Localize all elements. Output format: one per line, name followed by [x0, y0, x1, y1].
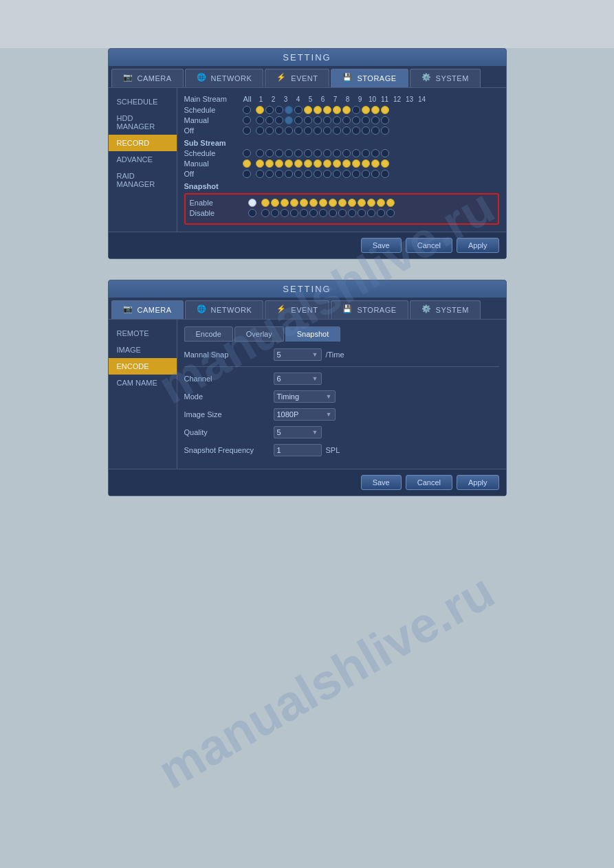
mode-label: Mode — [184, 392, 274, 401]
image-size-arrow: ▼ — [326, 411, 332, 418]
encode-inner-tabs: Encode Overlay Snapshot — [184, 326, 499, 342]
main-schedule-row: Schedule — [184, 106, 499, 114]
tab-event-1[interactable]: ⚡ EVENT — [265, 69, 329, 87]
sub-off-all-radio[interactable] — [243, 170, 251, 178]
tab-network-2[interactable]: 🌐 NETWORK — [185, 300, 264, 319]
snapshot-freq-value-wrap: 1 SPL — [274, 444, 340, 456]
panel-2-footer: Save Cancel Apply — [109, 469, 506, 496]
panel-2-apply-button[interactable]: Apply — [457, 475, 499, 490]
tab-storage-2[interactable]: 💾 STORAGE — [331, 300, 408, 319]
main-manual-all-radio[interactable] — [243, 116, 251, 124]
snapshot-freq-label: Snapshot Frequency — [184, 446, 274, 454]
image-size-value-wrap: 1080P ▼ — [274, 408, 336, 421]
inner-tab-overlay[interactable]: Overlay — [234, 326, 284, 342]
sub-schedule-all-radio[interactable] — [243, 149, 251, 157]
panel-2-title: SETTING — [109, 280, 506, 298]
sidebar-raid-manager[interactable]: RAID MANAGER — [109, 168, 177, 192]
panel-2: SETTING 📷 CAMERA 🌐 NETWORK ⚡ EVENT 💾 ST — [108, 280, 507, 496]
snap-disable-label: Disable — [190, 209, 245, 217]
sidebar-remote[interactable]: REMOTE — [109, 325, 177, 342]
snap-enable-label: Enable — [190, 199, 245, 207]
panel-1: SETTING 📷 CAMERA 🌐 NETWORK ⚡ EVENT 💾 ST — [108, 48, 507, 259]
panel-1-footer: Save Cancel Apply — [109, 232, 506, 258]
camera-icon-2: 📷 — [123, 304, 134, 315]
main-off-dots — [256, 126, 389, 135]
network-icon-2: 🌐 — [197, 304, 208, 315]
snap-enable-dots — [261, 199, 395, 207]
channel-header: Main Stream All 1 2 3 4 5 6 7 8 9 1 — [184, 95, 499, 103]
panel-2-cancel-button[interactable]: Cancel — [406, 475, 452, 490]
sub-manual-all-radio[interactable] — [243, 159, 251, 168]
sidebar-image[interactable]: IMAGE — [109, 342, 177, 358]
manual-snap-suffix: /Time — [326, 350, 344, 359]
snapshot-freq-row: Snapshot Frequency 1 SPL — [184, 444, 499, 456]
sidebar-schedule[interactable]: SCHEDULE — [109, 93, 177, 110]
panel-1-body: SCHEDULE HDD MANAGER RECORD ADVANCE RAID… — [109, 88, 506, 232]
tab-camera-1[interactable]: 📷 CAMERA — [111, 69, 184, 87]
sub-manual-dots — [256, 159, 389, 168]
storage-icon-1: 💾 — [342, 73, 353, 84]
channel-value-wrap: 6 ▼ — [274, 372, 322, 385]
quality-select[interactable]: 5 ▼ — [274, 426, 322, 438]
main-off-row: Off — [184, 126, 499, 135]
manual-snap-select[interactable]: 5 ▼ — [274, 348, 322, 361]
panel-2-body: REMOTE IMAGE ENCODE CAM NAME Encode Over… — [109, 320, 506, 469]
channel-select[interactable]: 6 ▼ — [274, 372, 322, 385]
main-off-all-radio[interactable] — [243, 126, 251, 135]
main-manual-dots — [256, 116, 389, 124]
channel-numbers: 1 2 3 4 5 6 7 8 9 10 11 12 13 — [256, 96, 428, 103]
image-size-row: Image Size 1080P ▼ — [184, 408, 499, 421]
sidebar-hdd-manager[interactable]: HDD MANAGER — [109, 110, 177, 135]
image-size-select[interactable]: 1080P ▼ — [274, 408, 336, 421]
panel-1-nav: 📷 CAMERA 🌐 NETWORK ⚡ EVENT 💾 STORAGE ⚙️ — [109, 66, 506, 88]
panel-1-main: Main Stream All 1 2 3 4 5 6 7 8 9 1 — [177, 88, 506, 232]
snap-enable-all-radio[interactable] — [248, 199, 256, 207]
main-schedule-label: Schedule — [184, 106, 239, 114]
sidebar-record[interactable]: RECORD — [109, 135, 177, 151]
panel-2-main: Encode Overlay Snapshot Mannal Snap 5 ▼ … — [177, 320, 506, 469]
all-label: All — [239, 95, 256, 103]
sub-manual-row: Manual — [184, 159, 499, 168]
snap-disable-row: Disable — [190, 209, 494, 217]
panel-1-save-button[interactable]: Save — [361, 238, 402, 253]
main-stream-label: Main Stream — [184, 95, 239, 103]
channel-label: Channel — [184, 375, 274, 383]
storage-icon-2: 💾 — [342, 304, 353, 315]
tab-event-2[interactable]: ⚡ EVENT — [265, 300, 329, 319]
main-off-label: Off — [184, 126, 239, 135]
sidebar-cam-name[interactable]: CAM NAME — [109, 375, 177, 391]
event-icon-2: ⚡ — [276, 304, 287, 315]
main-manual-row: Manual — [184, 116, 499, 124]
event-icon-1: ⚡ — [276, 73, 287, 84]
sub-off-label: Off — [184, 170, 239, 178]
tab-system-2[interactable]: ⚙️ SYSTEM — [410, 300, 481, 319]
snapshot-freq-select[interactable]: 1 — [274, 444, 322, 456]
panel-1-sidebar: SCHEDULE HDD MANAGER RECORD ADVANCE RAID… — [109, 88, 177, 232]
tab-storage-1[interactable]: 💾 STORAGE — [331, 69, 408, 87]
sidebar-advance[interactable]: ADVANCE — [109, 151, 177, 168]
panel-2-nav: 📷 CAMERA 🌐 NETWORK ⚡ EVENT 💾 STORAGE ⚙️ — [109, 298, 506, 320]
tab-system-1[interactable]: ⚙️ SYSTEM — [410, 69, 481, 87]
manual-snap-arrow: ▼ — [312, 351, 318, 358]
sub-schedule-dots — [256, 149, 389, 157]
inner-tab-encode[interactable]: Encode — [184, 326, 233, 342]
mode-arrow: ▼ — [326, 393, 332, 400]
inner-tab-snapshot[interactable]: Snapshot — [285, 326, 340, 342]
panel-2-save-button[interactable]: Save — [361, 475, 402, 490]
quality-row: Quality 5 ▼ — [184, 426, 499, 438]
tab-network-1[interactable]: 🌐 NETWORK — [185, 69, 264, 87]
sidebar-encode[interactable]: ENCODE — [109, 358, 177, 375]
snap-disable-all-radio[interactable] — [248, 209, 256, 217]
main-schedule-all-radio[interactable] — [243, 106, 251, 114]
mode-select[interactable]: Timing ▼ — [274, 390, 336, 403]
tab-camera-2[interactable]: 📷 CAMERA — [111, 300, 184, 319]
panel-1-title: SETTING — [109, 49, 506, 66]
main-manual-label: Manual — [184, 116, 239, 124]
system-icon-1: ⚙️ — [421, 73, 432, 84]
divider-1 — [184, 366, 499, 367]
panel-1-apply-button[interactable]: Apply — [457, 238, 499, 253]
panel-1-cancel-button[interactable]: Cancel — [406, 238, 452, 253]
sub-schedule-row: Schedule — [184, 149, 499, 157]
sub-manual-label: Manual — [184, 159, 239, 168]
quality-value-wrap: 5 ▼ — [274, 426, 322, 438]
